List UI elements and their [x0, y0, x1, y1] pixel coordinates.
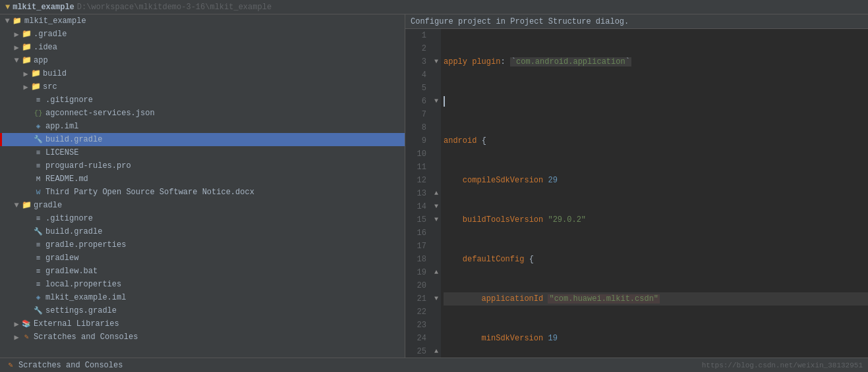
tree-item-build-gradle-root[interactable]: 🔧 build.gradle [0, 225, 405, 238]
third-party-label: Third Party Open Source Software Notice.… [45, 188, 254, 197]
tree-item-build-gradle-app[interactable]: 🔧 build.gradle [0, 133, 405, 146]
ln-6: 6 [411, 95, 426, 108]
tree-item-src[interactable]: ▶ 📁 src [0, 80, 405, 93]
fold-17 [432, 240, 441, 253]
license-label: LICENSE [45, 148, 78, 157]
ln-3: 3 [411, 55, 426, 68]
extlib-icon: 📚 [21, 319, 32, 329]
gradlew-bat-label: gradlew.bat [45, 267, 98, 276]
ln-15: 15 [411, 213, 426, 226]
code-line-6: defaultConfig { [444, 253, 868, 266]
fold-6[interactable]: ▼ [432, 95, 441, 108]
docx-icon: W [33, 187, 43, 198]
code-container[interactable]: 1 2 3 4 5 6 7 8 9 10 11 12 13 14 15 16 1… [405, 29, 868, 358]
extlib-label: External Libraries [34, 319, 119, 329]
tree-item-app-iml[interactable]: ◈ app.iml [0, 120, 405, 133]
tree-item-readme[interactable]: M README.md [0, 173, 405, 186]
tree-item-license[interactable]: ≡ LICENSE [0, 146, 405, 159]
ln-4: 4 [411, 68, 426, 82]
fold-18 [432, 253, 441, 266]
tree-item-gradle[interactable]: ▶ 📁 .gradle [0, 28, 405, 41]
local-props-icon: ≡ [33, 279, 43, 290]
line-numbers: 1 2 3 4 5 6 7 8 9 10 11 12 13 14 15 16 1… [405, 29, 432, 358]
code-line-3: android { [444, 134, 868, 147]
gradle-folder-icon: 📁 [21, 29, 32, 40]
tree-item-settings-gradle[interactable]: 🔧 settings.gradle [0, 304, 405, 317]
project-name: mlkit_example [13, 3, 74, 12]
fold-11 [432, 161, 441, 174]
fold-3[interactable]: ▼ [432, 55, 441, 68]
ln-19: 19 [411, 266, 426, 279]
tree-item-gradlew[interactable]: ≡ gradlew [0, 252, 405, 265]
root-label: mlkit_example [24, 16, 86, 26]
tree-item-local-props[interactable]: ≡ local.properties [0, 278, 405, 291]
fold-25[interactable]: ▲ [432, 345, 441, 358]
arrow-build: ▶ [21, 69, 30, 79]
gitignore-root-label: .gitignore [45, 214, 93, 223]
ln-5: 5 [411, 82, 426, 95]
fold-15[interactable]: ▼ [432, 213, 441, 226]
fold-16 [432, 226, 441, 240]
readme-icon: M [33, 174, 43, 184]
ln-13: 13 [411, 187, 426, 200]
ln-18: 18 [411, 253, 426, 266]
arrow-extlibs: ▶ [12, 319, 21, 329]
mlkit-iml-label: mlkit_example.iml [45, 293, 126, 302]
editor-info-bar: Configure project in Project Structure d… [405, 14, 868, 29]
arrow-scratches: ▶ [12, 332, 21, 342]
tree-item-gitignore-root[interactable]: ≡ .gitignore [0, 212, 405, 225]
scratches-bottom-icon: ✎ [5, 360, 16, 371]
gradle-props-icon: ≡ [33, 240, 43, 250]
fold-13[interactable]: ▲ [432, 187, 441, 200]
fold-22 [432, 306, 441, 319]
arrow-app: ▼ [12, 56, 21, 65]
code-line-7: applicationId "com.huawei.mlkit.csdn" [444, 292, 868, 306]
fold-10 [432, 147, 441, 161]
project-path: D:\workspace\mlkitdemo-3-16\mlkit_exampl… [77, 3, 272, 12]
gitignore-app-icon: ≡ [33, 95, 43, 105]
fold-14[interactable]: ▼ [432, 200, 441, 213]
tree-item-gradle-props[interactable]: ≡ gradle.properties [0, 238, 405, 252]
tree-item-scratches[interactable]: ▶ ✎ Scratches and Consoles [0, 331, 405, 344]
tree-item-third-party[interactable]: W Third Party Open Source Software Notic… [0, 186, 405, 199]
tree-root[interactable]: ▼ 📁 mlkit_example [0, 14, 405, 28]
project-tree[interactable]: ▼ 📁 mlkit_example ▶ 📁 .gradle ▶ 📁 .idea … [0, 14, 405, 358]
fold-7 [432, 108, 441, 121]
fold-21[interactable]: ▼ [432, 292, 441, 306]
build-label: build [43, 69, 67, 78]
tree-item-idea[interactable]: ▶ 📁 .idea [0, 41, 405, 54]
fold-12 [432, 174, 441, 187]
tree-item-gradlew-bat[interactable]: ≡ gradlew.bat [0, 265, 405, 278]
fold-4 [432, 68, 441, 82]
fold-24 [432, 332, 441, 345]
arrow-gradle: ▶ [12, 30, 21, 40]
code-line-8: minSdkVersion 19 [444, 332, 868, 345]
idea-label: .idea [34, 43, 57, 52]
project-header: ▼ mlkit_example D:\workspace\mlkitdemo-3… [0, 0, 868, 14]
tree-item-app[interactable]: ▼ 📁 app [0, 54, 405, 67]
ln-25: 25 [411, 345, 426, 358]
tree-item-gradle-folder[interactable]: ▼ 📁 gradle [0, 199, 405, 212]
code-content[interactable]: apply plugin: `com.android.application` … [441, 29, 868, 358]
gitignore-app-label: .gitignore [45, 95, 93, 105]
tree-item-agconnect[interactable]: {} agconnect-services.json [0, 107, 405, 120]
license-icon: ≡ [33, 147, 43, 158]
tree-item-external-libs[interactable]: ▶ 📚 External Libraries [0, 317, 405, 331]
tree-item-build[interactable]: ▶ 📁 build [0, 67, 405, 80]
proguard-label: proguard-rules.pro [45, 161, 131, 171]
main-content: ▼ 📁 mlkit_example ▶ 📁 .gradle ▶ 📁 .idea … [0, 14, 868, 358]
agconnect-label: agconnect-services.json [45, 109, 155, 118]
ln-21: 21 [411, 292, 426, 306]
tree-item-proguard[interactable]: ≡ proguard-rules.pro [0, 159, 405, 173]
scratches-label: Scratches and Consoles [34, 332, 138, 342]
src-folder-icon: 📁 [30, 82, 41, 92]
fold-19[interactable]: ▲ [432, 266, 441, 279]
tree-item-mlkit-iml[interactable]: ◈ mlkit_example.iml [0, 291, 405, 304]
editor-area: Configure project in Project Structure d… [405, 14, 868, 358]
tree-item-gitignore-app[interactable]: ≡ .gitignore [0, 93, 405, 107]
app-label: app [34, 56, 48, 65]
settings-gradle-label: settings.gradle [45, 306, 117, 315]
ln-20: 20 [411, 279, 426, 292]
code-line-4: compileSdkVersion 29 [444, 174, 868, 187]
scratches-icon: ✎ [21, 332, 32, 342]
